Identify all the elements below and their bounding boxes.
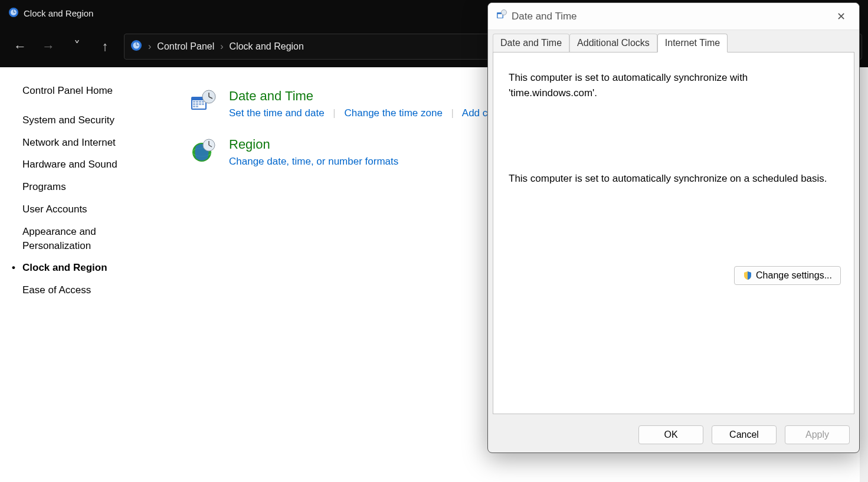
svg-rect-15	[196, 103, 198, 105]
svg-rect-17	[202, 103, 204, 105]
back-button[interactable]: ←	[7, 34, 33, 60]
address-icon	[130, 40, 142, 54]
category-title-region[interactable]: Region	[229, 137, 398, 152]
dialog-close-button[interactable]: ✕	[827, 3, 854, 30]
svg-rect-19	[196, 106, 198, 107]
sidebar-item-user-accounts[interactable]: User Accounts	[22, 202, 159, 217]
cancel-button[interactable]: Cancel	[712, 425, 777, 444]
up-button[interactable]: ↑	[92, 34, 118, 60]
arrow-up-icon: ↑	[102, 39, 109, 54]
svg-rect-7	[136, 45, 139, 46]
sync-server-text: This computer is set to automatically sy…	[509, 70, 815, 100]
dialog-titlebar: Date and Time ✕	[488, 3, 859, 30]
ok-button[interactable]: OK	[638, 425, 703, 444]
svg-rect-11	[196, 101, 198, 103]
sidebar-item-programs[interactable]: Programs	[22, 180, 159, 194]
dialog-button-row: OK Cancel Apply	[488, 419, 859, 453]
change-settings-button[interactable]: Change settings...	[734, 266, 841, 285]
tab-content-internet-time: This computer is set to automatically sy…	[493, 52, 854, 414]
region-icon	[189, 137, 217, 165]
sidebar-item-network-and-internet[interactable]: Network and Internet	[22, 136, 159, 150]
sync-schedule-text: This computer is set to automatically sy…	[509, 171, 838, 186]
link-change-formats[interactable]: Change date, time, or number formats	[229, 156, 398, 167]
apply-button: Apply	[785, 425, 850, 444]
sidebar-item-hardware-and-sound[interactable]: Hardware and Sound	[22, 158, 159, 172]
dialog-title: Date and Time	[512, 11, 577, 22]
scrollbar[interactable]	[860, 67, 868, 482]
control-panel-icon	[8, 7, 19, 19]
chevron-right-icon: ›	[148, 41, 151, 52]
sidebar-item-system-and-security[interactable]: System and Security	[22, 113, 159, 127]
tab-additional-clocks[interactable]: Additional Clocks	[569, 34, 657, 53]
svg-point-30	[502, 10, 507, 15]
svg-rect-12	[199, 101, 201, 103]
chevron-right-icon: ›	[220, 41, 223, 52]
shield-icon	[743, 271, 752, 280]
date-and-time-dialog: Date and Time ✕ Date and Time Additional…	[487, 2, 860, 453]
svg-rect-18	[193, 106, 195, 107]
forward-button[interactable]: →	[35, 34, 61, 60]
sidebar: Control Panel Home System and Security N…	[0, 67, 171, 482]
change-settings-label: Change settings...	[756, 270, 832, 281]
arrow-right-icon: →	[42, 39, 55, 54]
control-panel-home-link[interactable]: Control Panel Home	[22, 84, 159, 98]
tab-internet-time[interactable]: Internet Time	[657, 34, 728, 53]
recent-button[interactable]: ˅	[64, 34, 90, 60]
sidebar-item-appearance-and-personalization[interactable]: Appearance and Personalization	[22, 225, 159, 253]
svg-rect-29	[498, 14, 503, 18]
svg-rect-16	[199, 103, 201, 105]
breadcrumb-leaf[interactable]: Clock and Region	[230, 41, 304, 52]
dialog-tabs: Date and Time Additional Clocks Internet…	[488, 30, 859, 53]
link-change-time-zone[interactable]: Change the time zone	[345, 107, 443, 119]
breadcrumb-root[interactable]: Control Panel	[157, 41, 214, 52]
svg-rect-3	[14, 12, 15, 12]
tab-date-and-time[interactable]: Date and Time	[493, 34, 569, 53]
date-time-icon	[189, 88, 217, 117]
chevron-down-icon: ˅	[74, 39, 80, 54]
window-title: Clock and Region	[24, 8, 93, 18]
svg-rect-10	[193, 101, 195, 103]
svg-rect-6	[136, 42, 137, 45]
link-set-time-and-date[interactable]: Set the time and date	[229, 107, 325, 119]
sidebar-item-ease-of-access[interactable]: Ease of Access	[22, 283, 159, 297]
close-icon: ✕	[837, 10, 846, 23]
svg-rect-14	[193, 103, 195, 105]
arrow-left-icon: ←	[14, 39, 27, 54]
sidebar-item-clock-and-region[interactable]: Clock and Region	[22, 261, 159, 275]
svg-rect-2	[14, 9, 14, 12]
dialog-title-icon	[496, 9, 507, 23]
